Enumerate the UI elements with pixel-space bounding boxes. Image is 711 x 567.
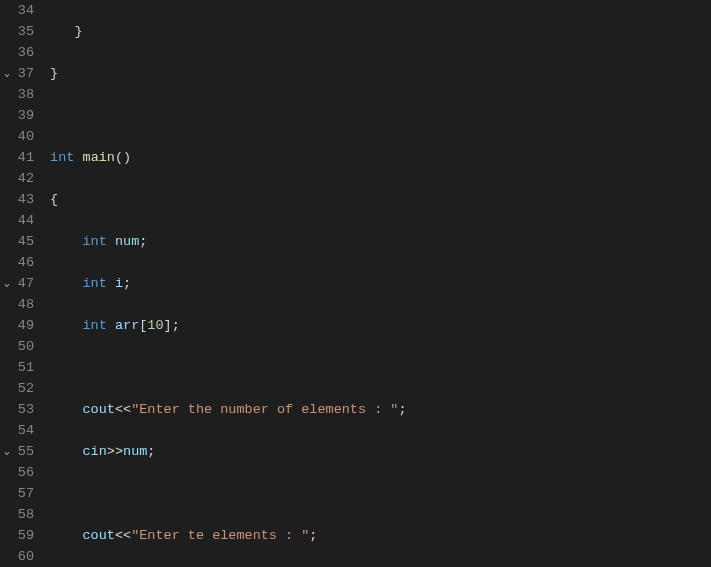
- line-number: 48: [6, 294, 34, 315]
- fold-chevron-icon[interactable]: ⌄: [4, 63, 10, 84]
- code-line: }: [42, 63, 711, 84]
- line-number: 42: [6, 168, 34, 189]
- line-number: 35: [6, 21, 34, 42]
- line-number: ⌄37: [6, 63, 34, 84]
- line-number: 40: [6, 126, 34, 147]
- code-line: }: [42, 21, 711, 42]
- line-number: ⌄55: [6, 441, 34, 462]
- code-line: int main(): [42, 147, 711, 168]
- code-line: cout<<"Enter te elements : ";: [42, 525, 711, 546]
- line-number: 43: [6, 189, 34, 210]
- line-number: 57: [6, 483, 34, 504]
- line-number: ⌄47: [6, 273, 34, 294]
- line-number: 50: [6, 336, 34, 357]
- line-number: 39: [6, 105, 34, 126]
- line-number: 59: [6, 525, 34, 546]
- line-number: 60: [6, 546, 34, 567]
- line-number: 58: [6, 504, 34, 525]
- fold-chevron-icon[interactable]: ⌄: [4, 441, 10, 462]
- code-line: int i;: [42, 273, 711, 294]
- line-number: 38: [6, 84, 34, 105]
- code-line: int num;: [42, 231, 711, 252]
- code-line: [42, 483, 711, 504]
- code-editor[interactable]: } } int main() { int num; int i; int arr…: [42, 0, 711, 567]
- code-line: [42, 105, 711, 126]
- line-number: 41: [6, 147, 34, 168]
- line-number: 44: [6, 210, 34, 231]
- line-number: 34: [6, 0, 34, 21]
- code-line: int arr[10];: [42, 315, 711, 336]
- line-number: 51: [6, 357, 34, 378]
- line-number: 52: [6, 378, 34, 399]
- line-number: 49: [6, 315, 34, 336]
- line-number: 54: [6, 420, 34, 441]
- line-number: 45: [6, 231, 34, 252]
- line-number: 36: [6, 42, 34, 63]
- code-line: cout<<"Enter the number of elements : ";: [42, 399, 711, 420]
- code-line: [42, 357, 711, 378]
- code-line: cin>>num;: [42, 441, 711, 462]
- fold-chevron-icon[interactable]: ⌄: [4, 273, 10, 294]
- line-number: 56: [6, 462, 34, 483]
- line-number: 53: [6, 399, 34, 420]
- line-number: 46: [6, 252, 34, 273]
- code-line: {: [42, 189, 711, 210]
- line-number-gutter: 34 35 36 ⌄37 38 39 40 41 42 43 44 45 46 …: [0, 0, 42, 567]
